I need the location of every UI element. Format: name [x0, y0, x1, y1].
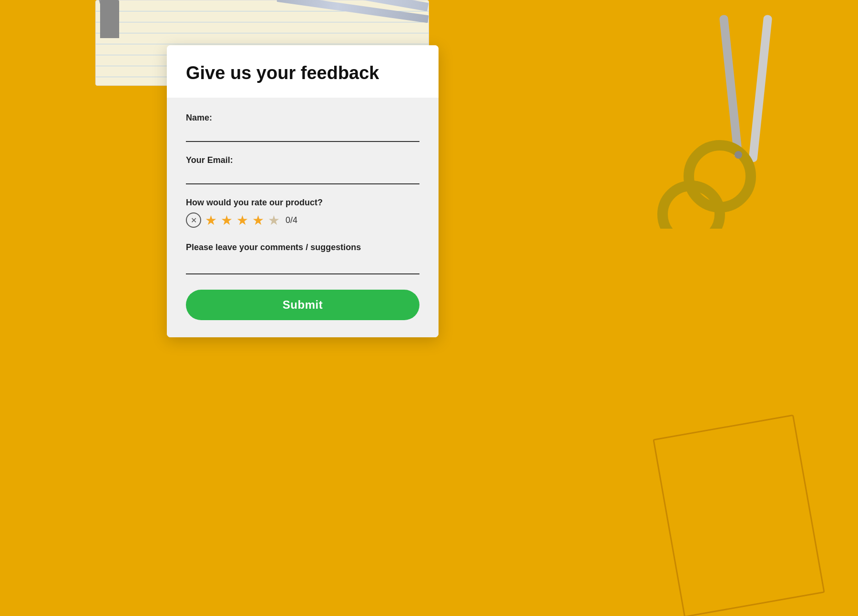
star-2[interactable]: ★ [221, 212, 233, 228]
star-1[interactable]: ★ [205, 212, 217, 228]
rating-label: How would you rate our product? [186, 198, 419, 208]
card-body: Name: Your Email: How would you rate our… [167, 98, 439, 337]
name-field-group: Name: [186, 113, 419, 142]
card-header: Give us your feedback [167, 45, 439, 98]
svg-rect-0 [719, 15, 743, 158]
rating-count: 0/4 [286, 215, 297, 225]
comments-input[interactable] [186, 259, 419, 274]
star-3[interactable]: ★ [236, 212, 248, 228]
svg-point-4 [735, 151, 742, 159]
email-input[interactable] [186, 169, 419, 184]
comments-field-group: Please leave your comments / suggestions [186, 242, 419, 274]
reset-icon: ✕ [191, 216, 197, 225]
scissors-decoration [653, 14, 834, 229]
svg-rect-1 [748, 15, 772, 162]
name-input[interactable] [186, 127, 419, 142]
star-4[interactable]: ★ [252, 212, 264, 228]
star-5[interactable]: ★ [268, 212, 280, 228]
submit-button[interactable]: Submit [186, 290, 419, 320]
rating-reset-button[interactable]: ✕ [186, 212, 201, 228]
email-field-group: Your Email: [186, 155, 419, 184]
feedback-card: Give us your feedback Name: Your Email: … [167, 45, 439, 337]
binder-clip-decoration [95, 0, 124, 57]
name-label: Name: [186, 113, 419, 123]
form-title: Give us your feedback [186, 62, 419, 84]
comments-label: Please leave your comments / suggestions [186, 242, 419, 253]
email-label: Your Email: [186, 155, 419, 165]
rating-field-group: How would you rate our product? ✕ ★ ★ ★ … [186, 198, 419, 228]
rating-row: ✕ ★ ★ ★ ★ ★ 0/4 [186, 212, 419, 228]
